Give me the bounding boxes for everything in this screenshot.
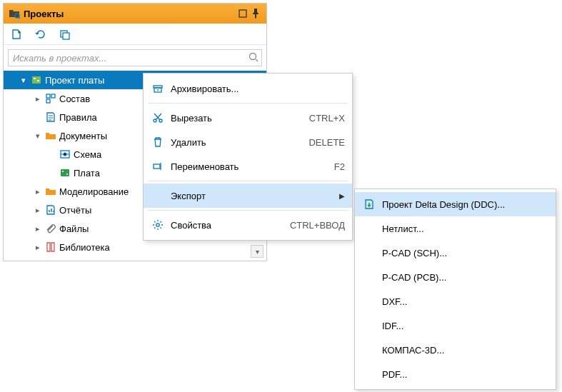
submenu-item-pdf[interactable]: PDF... xyxy=(355,362,556,386)
tree-item-label: Правила xyxy=(58,112,97,123)
search-icon[interactable] xyxy=(248,51,259,65)
submenu-label: P-CAD (PCB)... xyxy=(379,272,548,283)
tree-item-label: Файлы xyxy=(58,223,89,234)
expand-arrow-icon[interactable]: ▸ xyxy=(32,224,44,233)
schematic-icon xyxy=(58,149,72,160)
submenu-item-idf[interactable]: IDF... xyxy=(355,313,556,338)
tree-item-label: Проект платы xyxy=(44,75,104,86)
svg-rect-14 xyxy=(61,169,69,176)
tree-item-label: Состав xyxy=(58,94,90,104)
export-submenu: Проект Delta Design (DDC)... Нетлист... … xyxy=(354,189,556,390)
projects-icon xyxy=(8,8,21,19)
submenu-item-dxf[interactable]: DXF... xyxy=(355,289,556,313)
composition-icon xyxy=(44,93,58,104)
menu-hotkey: DELETE xyxy=(308,137,345,148)
submenu-arrow-icon: ▶ xyxy=(336,192,345,200)
submenu-label: Нетлист... xyxy=(379,223,548,234)
collapse-all-button[interactable] xyxy=(56,26,74,43)
expand-arrow-icon[interactable]: ▸ xyxy=(32,187,44,196)
expand-arrow-icon[interactable]: ▾ xyxy=(18,76,29,85)
menu-separator xyxy=(148,103,348,104)
panel-titlebar: Проекты xyxy=(4,4,266,24)
tree-item-label: Плата xyxy=(72,168,100,179)
panel-title: Проекты xyxy=(24,9,236,19)
tree-item-label: Схема xyxy=(72,149,101,160)
menu-hotkey: CTRL+ВВОД xyxy=(290,220,345,231)
menu-item-archive[interactable]: Архивировать... xyxy=(144,76,352,101)
menu-label: Переименовать xyxy=(168,161,334,172)
menu-hotkey: F2 xyxy=(334,161,345,172)
board-project-icon xyxy=(29,74,44,86)
svg-rect-9 xyxy=(37,80,39,81)
reports-icon xyxy=(44,204,58,216)
ddc-export-icon xyxy=(359,198,379,210)
scissors-icon xyxy=(148,112,168,124)
new-project-button[interactable] xyxy=(8,26,25,43)
submenu-label: PDF... xyxy=(379,369,548,380)
attachment-icon xyxy=(44,223,58,234)
menu-label: Архивировать... xyxy=(168,84,345,94)
expand-arrow-icon[interactable]: ▸ xyxy=(32,206,44,215)
menu-label: Вырезать xyxy=(168,113,309,124)
expand-arrow-icon[interactable]: ▸ xyxy=(32,94,44,104)
pin-button[interactable] xyxy=(249,8,262,19)
menu-separator xyxy=(148,210,348,211)
library-icon xyxy=(44,241,58,253)
svg-line-6 xyxy=(256,59,258,61)
maximize-button[interactable] xyxy=(236,8,249,19)
submenu-item-pcad-pcb[interactable]: P-CAD (PCB)... xyxy=(355,265,556,289)
svg-rect-22 xyxy=(154,164,160,169)
menu-label: Свойства xyxy=(168,220,290,231)
context-menu: Архивировать... Вырезать CTRL+X Удалить … xyxy=(143,73,353,241)
menu-item-export[interactable]: Экспорт ▶ xyxy=(144,184,352,208)
svg-rect-12 xyxy=(46,99,50,103)
archive-icon xyxy=(148,83,168,94)
search-input[interactable] xyxy=(8,49,262,66)
svg-point-15 xyxy=(62,171,64,172)
submenu-label: P-CAD (SCH)... xyxy=(379,248,548,258)
menu-separator xyxy=(148,181,348,181)
scroll-down-button[interactable]: ▾ xyxy=(251,245,264,258)
menu-item-properties[interactable]: Свойства CTRL+ВВОД xyxy=(144,213,352,237)
submenu-label: Проект Delta Design (DDC)... xyxy=(379,199,548,210)
submenu-label: IDF... xyxy=(379,321,548,331)
folder-icon xyxy=(44,186,58,197)
tree-item-label: Отчёты xyxy=(58,205,91,216)
svg-rect-10 xyxy=(46,94,50,98)
svg-rect-8 xyxy=(34,78,36,79)
trash-icon xyxy=(148,136,168,148)
gear-icon xyxy=(148,219,168,231)
tree-item-label: Библиотека xyxy=(58,242,110,253)
expand-arrow-icon[interactable]: ▾ xyxy=(32,131,44,141)
svg-rect-7 xyxy=(32,76,41,84)
submenu-label: DXF... xyxy=(379,296,548,307)
submenu-item-pcad-sch[interactable]: P-CAD (SCH)... xyxy=(355,241,556,265)
menu-item-cut[interactable]: Вырезать CTRL+X xyxy=(144,106,352,130)
submenu-item-kompas3d[interactable]: КОМПАС-3D... xyxy=(355,338,556,362)
panel-toolbar xyxy=(4,24,266,45)
folder-icon xyxy=(44,130,58,141)
submenu-item-netlist[interactable]: Нетлист... xyxy=(355,216,556,241)
svg-rect-2 xyxy=(239,10,246,17)
menu-label: Экспорт xyxy=(168,191,336,201)
menu-hotkey: CTRL+X xyxy=(309,113,345,124)
svg-line-1 xyxy=(19,17,20,19)
search-box xyxy=(8,49,262,66)
submenu-item-ddc[interactable]: Проект Delta Design (DDC)... xyxy=(355,192,556,216)
refresh-button[interactable] xyxy=(32,26,49,43)
svg-rect-11 xyxy=(51,94,55,98)
rules-icon xyxy=(44,111,58,123)
svg-point-16 xyxy=(66,174,68,175)
svg-rect-4 xyxy=(63,33,69,39)
board-icon xyxy=(58,167,72,179)
svg-point-24 xyxy=(156,223,159,226)
rename-icon xyxy=(148,161,168,172)
menu-item-delete[interactable]: Удалить DELETE xyxy=(144,130,352,154)
tree-item-label: Моделирование xyxy=(58,186,129,197)
tree-item-label: Документы xyxy=(58,131,107,141)
svg-point-5 xyxy=(250,54,256,60)
submenu-label: КОМПАС-3D... xyxy=(379,345,548,356)
expand-arrow-icon[interactable]: ▸ xyxy=(32,243,44,252)
menu-label: Удалить xyxy=(168,137,308,148)
menu-item-rename[interactable]: Переименовать F2 xyxy=(144,154,352,179)
